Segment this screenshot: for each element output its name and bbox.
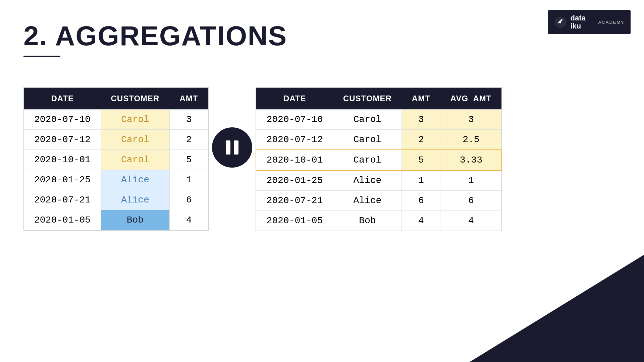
cell-avg-amt: 4 xyxy=(440,211,502,231)
title-underline xyxy=(23,56,60,57)
table-row: 2020-07-21 Alice 6 xyxy=(24,190,208,210)
cell-customer: Carol xyxy=(333,130,402,150)
cell-customer: Alice xyxy=(333,191,402,211)
logo-area: dataiku ACADEMY xyxy=(548,10,631,34)
pause-circle-icon xyxy=(212,127,252,168)
cell-date: 2020-07-12 xyxy=(256,130,333,150)
cell-amt: 4 xyxy=(169,210,208,231)
cell-amt: 3 xyxy=(169,110,208,130)
left-col-amt: AMT xyxy=(169,87,208,110)
svg-point-1 xyxy=(561,19,562,20)
cell-customer: Carol xyxy=(333,150,402,170)
table-row: 2020-07-12 Carol 2 xyxy=(24,130,208,150)
cell-avg-amt: 6 xyxy=(440,191,502,211)
right-col-date: DATE xyxy=(256,87,333,110)
cell-amt: 5 xyxy=(402,150,440,170)
pause-bars xyxy=(226,140,238,155)
cell-avg-amt: 1 xyxy=(440,170,502,191)
cell-date: 2020-01-25 xyxy=(256,170,333,191)
tables-container: DATE CUSTOMER AMT 2020-07-10 Carol 3 202… xyxy=(23,87,621,231)
cell-amt: 3 xyxy=(402,110,440,130)
left-col-customer: CUSTOMER xyxy=(101,87,170,110)
cell-customer: Carol xyxy=(101,110,170,130)
table-row: 2020-07-21 Alice 6 6 xyxy=(256,191,502,211)
logo-academy-text: ACADEMY xyxy=(598,20,625,25)
cell-customer: Carol xyxy=(101,130,170,150)
cell-avg-amt: 3 xyxy=(440,110,502,130)
background-decoration xyxy=(470,255,644,362)
table-row: 2020-01-05 Bob 4 4 xyxy=(256,211,502,231)
left-col-date: DATE xyxy=(24,87,101,110)
left-table: DATE CUSTOMER AMT 2020-07-10 Carol 3 202… xyxy=(23,87,209,231)
page-title: 2. AGGREGATIONS xyxy=(23,20,287,52)
cell-avg-amt: 2.5 xyxy=(440,130,502,150)
table-row-highlighted: 2020-10-01 Carol 5 3.33 xyxy=(256,150,502,170)
cell-customer: Bob xyxy=(101,210,170,231)
table-row: 2020-01-25 Alice 1 1 xyxy=(256,170,502,191)
cell-amt: 4 xyxy=(402,211,440,231)
cell-date: 2020-01-25 xyxy=(24,170,101,190)
table-row: 2020-01-05 Bob 4 xyxy=(24,210,208,231)
cell-avg-amt: 3.33 xyxy=(440,150,502,170)
table-row: 2020-07-10 Carol 3 3 xyxy=(256,110,502,130)
cell-date: 2020-07-10 xyxy=(24,110,101,130)
logo-dataiku-text: dataiku xyxy=(570,14,585,30)
logo-bird-icon xyxy=(554,16,567,28)
logo-divider xyxy=(592,15,592,29)
table-row: 2020-10-01 Carol 5 xyxy=(24,150,208,170)
right-col-avg-amt: AVG_AMT xyxy=(440,87,502,110)
cell-date: 2020-07-21 xyxy=(24,190,101,210)
cell-date: 2020-07-10 xyxy=(256,110,333,130)
table-row: 2020-01-25 Alice 1 xyxy=(24,170,208,190)
cell-customer: Bob xyxy=(333,211,402,231)
page-title-section: 2. AGGREGATIONS xyxy=(23,20,287,57)
right-col-amt: AMT xyxy=(402,87,440,110)
table-row: 2020-07-10 Carol 3 xyxy=(24,110,208,130)
cell-customer: Carol xyxy=(101,150,170,170)
cell-amt: 6 xyxy=(169,190,208,210)
table-row: 2020-07-12 Carol 2 2.5 xyxy=(256,130,502,150)
middle-icon-area xyxy=(209,127,256,168)
cell-customer: Alice xyxy=(333,170,402,191)
pause-bar-left xyxy=(226,140,230,155)
cell-customer: Carol xyxy=(333,110,402,130)
cell-date: 2020-10-01 xyxy=(256,150,333,170)
cell-date: 2020-07-21 xyxy=(256,191,333,211)
right-table: DATE CUSTOMER AMT AVG_AMT 2020-07-10 Car… xyxy=(256,87,502,231)
cell-amt: 2 xyxy=(169,130,208,150)
cell-date: 2020-07-12 xyxy=(24,130,101,150)
left-table-wrapper: DATE CUSTOMER AMT 2020-07-10 Carol 3 202… xyxy=(23,87,209,231)
cell-amt: 6 xyxy=(402,191,440,211)
cell-date: 2020-10-01 xyxy=(24,150,101,170)
cell-customer: Alice xyxy=(101,190,170,210)
cell-customer: Alice xyxy=(101,170,170,190)
cell-amt: 1 xyxy=(169,170,208,190)
cell-amt: 5 xyxy=(169,150,208,170)
right-col-customer: CUSTOMER xyxy=(333,87,402,110)
cell-date: 2020-01-05 xyxy=(256,211,333,231)
cell-date: 2020-01-05 xyxy=(24,210,101,231)
right-table-wrapper: DATE CUSTOMER AMT AVG_AMT 2020-07-10 Car… xyxy=(256,87,502,231)
cell-amt: 1 xyxy=(402,170,440,191)
logo-text-group: dataiku xyxy=(570,14,585,30)
pause-bar-right xyxy=(234,140,238,155)
cell-amt: 2 xyxy=(402,130,440,150)
